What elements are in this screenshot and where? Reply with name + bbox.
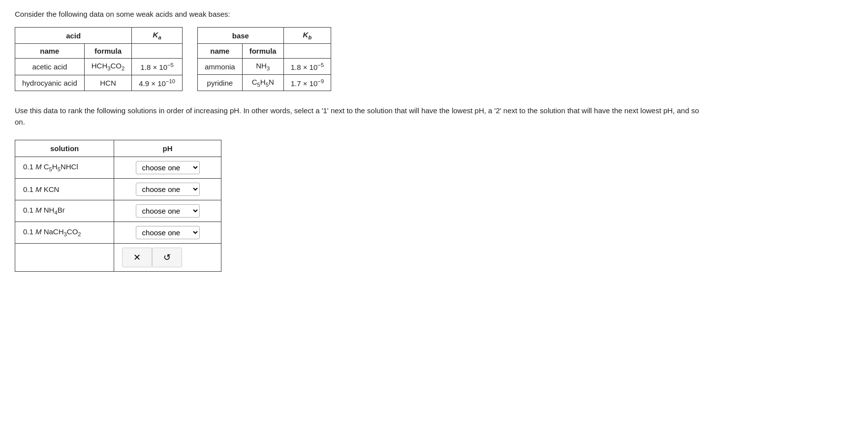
ranking-ph-header: pH bbox=[114, 140, 221, 157]
table-row: 0.1 M NaCH3CO2 choose one 1 2 3 4 bbox=[15, 222, 221, 243]
solution-1-ph-cell: choose one 1 2 3 4 bbox=[114, 157, 221, 178]
solution-1-label: 0.1 M C5H5NHCl bbox=[15, 157, 114, 178]
acid-row2-formula: HCN bbox=[84, 75, 132, 91]
acid-ka-col-header bbox=[132, 44, 183, 59]
acid-table: acid Ka name formula acetic acid HCH3CO2… bbox=[15, 27, 183, 91]
acid-name-col-header: name bbox=[15, 44, 85, 59]
solution-2-ph-cell: choose one 1 2 3 4 bbox=[114, 178, 221, 200]
acid-row2-name: hydrocyanic acid bbox=[15, 75, 85, 91]
acid-section-header: acid bbox=[15, 28, 132, 44]
reset-button[interactable]: ↺ bbox=[152, 248, 182, 267]
acid-row1-name: acetic acid bbox=[15, 59, 85, 75]
ranking-table: solution pH 0.1 M C5H5NHCl choose one 1 … bbox=[15, 140, 221, 272]
description-text: Use this data to rank the following solu… bbox=[15, 105, 704, 128]
buttons-empty-cell bbox=[15, 243, 114, 271]
base-row1-formula: NH3 bbox=[242, 59, 283, 75]
base-row1-name: ammonia bbox=[198, 59, 243, 75]
acid-formula-col-header: formula bbox=[84, 44, 132, 59]
ranking-solution-header: solution bbox=[15, 140, 114, 157]
base-section-header: base bbox=[198, 28, 284, 44]
buttons-cell: ✕ ↺ bbox=[114, 243, 221, 271]
solution-4-label: 0.1 M NaCH3CO2 bbox=[15, 222, 114, 243]
solution-1-dropdown[interactable]: choose one 1 2 3 4 bbox=[136, 161, 200, 174]
solution-2-dropdown[interactable]: choose one 1 2 3 4 bbox=[136, 183, 200, 196]
base-kb-col-header bbox=[283, 44, 331, 59]
solution-3-dropdown[interactable]: choose one 1 2 3 4 bbox=[136, 204, 200, 218]
solution-2-label: 0.1 M KCN bbox=[15, 178, 114, 200]
solution-4-ph-cell: choose one 1 2 3 4 bbox=[114, 222, 221, 243]
acid-row2-ka: 4.9 × 10−10 bbox=[132, 75, 183, 91]
base-table: base Kb name formula ammonia NH3 1.8 × 1… bbox=[197, 27, 331, 91]
base-row1-kb: 1.8 × 10−5 bbox=[283, 59, 331, 75]
base-row2-name: pyridine bbox=[198, 75, 243, 91]
table-row: 0.1 M KCN choose one 1 2 3 4 bbox=[15, 178, 221, 200]
acid-row1-formula: HCH3CO2 bbox=[84, 59, 132, 75]
solution-4-dropdown[interactable]: choose one 1 2 3 4 bbox=[136, 226, 200, 239]
action-buttons: ✕ ↺ bbox=[122, 248, 213, 267]
table-row: ammonia NH3 1.8 × 10−5 bbox=[198, 59, 331, 75]
base-row2-kb: 1.7 × 10−9 bbox=[283, 75, 331, 91]
clear-button[interactable]: ✕ bbox=[122, 248, 152, 267]
base-row2-formula: C5H5N bbox=[242, 75, 283, 91]
buttons-row: ✕ ↺ bbox=[15, 243, 221, 271]
table-row: hydrocyanic acid HCN 4.9 × 10−10 bbox=[15, 75, 183, 91]
kb-header: Kb bbox=[283, 28, 331, 44]
base-formula-col-header: formula bbox=[242, 44, 283, 59]
base-name-col-header: name bbox=[198, 44, 243, 59]
ka-header: Ka bbox=[132, 28, 183, 44]
solution-3-ph-cell: choose one 1 2 3 4 bbox=[114, 200, 221, 222]
table-row: acetic acid HCH3CO2 1.8 × 10−5 bbox=[15, 59, 183, 75]
table-row: 0.1 M C5H5NHCl choose one 1 2 3 4 bbox=[15, 157, 221, 178]
intro-text: Consider the following data on some weak… bbox=[15, 10, 853, 18]
tables-container: acid Ka name formula acetic acid HCH3CO2… bbox=[15, 27, 853, 91]
table-row: 0.1 M NH4Br choose one 1 2 3 4 bbox=[15, 200, 221, 222]
acid-row1-ka: 1.8 × 10−5 bbox=[132, 59, 183, 75]
table-row: pyridine C5H5N 1.7 × 10−9 bbox=[198, 75, 331, 91]
solution-3-label: 0.1 M NH4Br bbox=[15, 200, 114, 222]
